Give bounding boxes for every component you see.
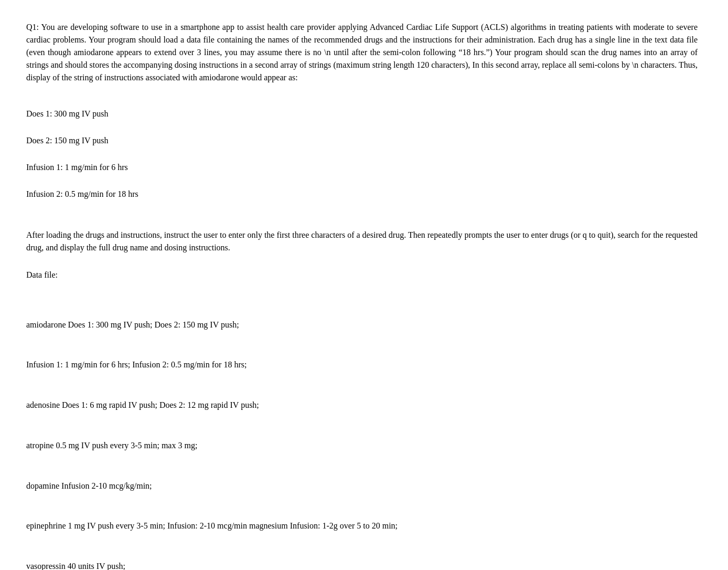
data-line-1: amiodarone Does 1: 300 mg IV push; Does … — [26, 318, 698, 332]
question-paragraph: Q1: You are developing software to use i… — [26, 21, 698, 84]
data-file-block: amiodarone Does 1: 300 mg IV push; Does … — [26, 291, 698, 570]
data-file-label: Data file: — [26, 269, 698, 281]
dosing-line-2: Does 2: 150 mg IV push — [26, 134, 698, 147]
dosing-line-4: Infusion 2: 0.5 mg/min for 18 hrs — [26, 187, 698, 201]
spacer-2 — [26, 263, 698, 269]
spacer-3 — [26, 286, 698, 291]
after-paragraph: After loading the drugs and instructions… — [26, 229, 698, 254]
data-line-5: dopamine Infusion 2-10 mcg/kg/min; — [26, 479, 698, 493]
data-line-4: atropine 0.5 mg IV push every 3-5 min; m… — [26, 439, 698, 452]
spacer-1 — [26, 224, 698, 229]
dosing-example-block: Does 1: 300 mg IV push Does 2: 150 mg IV… — [26, 93, 698, 214]
dosing-line-1: Does 1: 300 mg IV push — [26, 107, 698, 121]
content-area: Q1: You are developing software to use i… — [26, 21, 698, 570]
data-line-2: Infusion 1: 1 mg/min for 6 hrs; Infusion… — [26, 358, 698, 372]
data-line-7: vasopressin 40 units IV push; — [26, 560, 698, 570]
data-line-6: epinephrine 1 mg IV push every 3-5 min; … — [26, 519, 698, 533]
data-line-3: adenosine Does 1: 6 mg rapid IV push; Do… — [26, 398, 698, 412]
dosing-line-3: Infusion 1: 1 mg/min for 6 hrs — [26, 161, 698, 174]
